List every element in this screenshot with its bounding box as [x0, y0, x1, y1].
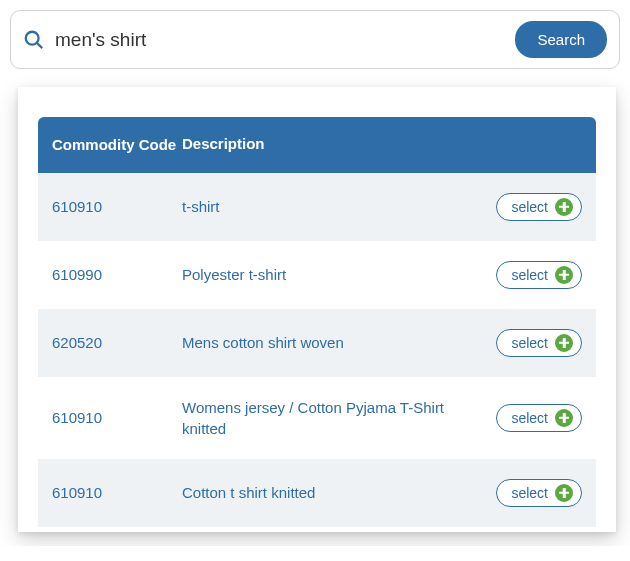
commodity-description: Cotton t shirt knitted	[182, 482, 482, 503]
plus-icon	[555, 484, 573, 502]
svg-line-1	[37, 42, 42, 47]
table-row: 610910Cotton t shirt knittedselect	[38, 459, 596, 527]
svg-point-0	[26, 31, 39, 44]
commodity-description: Mens cotton shirt woven	[182, 332, 482, 353]
table-row: 610910Womens jersey / Cotton Pyjama T-Sh…	[38, 377, 596, 459]
select-button[interactable]: select	[496, 404, 582, 432]
action-cell: select	[482, 329, 582, 357]
table-row: 620520Mens cotton shirt wovenselect	[38, 309, 596, 377]
commodity-code: 610910	[52, 198, 182, 215]
commodity-code: 610910	[52, 484, 182, 501]
action-cell: select	[482, 404, 582, 432]
search-input[interactable]	[55, 29, 505, 51]
commodity-description: Polyester t-shirt	[182, 264, 482, 285]
commodity-description: Womens jersey / Cotton Pyjama T-Shirt kn…	[182, 397, 482, 439]
table-row: 610910t-shirtselect	[38, 173, 596, 241]
commodity-description: t-shirt	[182, 196, 482, 217]
select-button[interactable]: select	[496, 329, 582, 357]
search-icon	[23, 29, 45, 51]
action-cell: select	[482, 261, 582, 289]
table-row: 611020hoodieselect	[38, 527, 596, 533]
action-cell: select	[482, 479, 582, 507]
header-description: Description	[182, 135, 582, 155]
select-button-label: select	[511, 267, 548, 283]
plus-icon	[555, 334, 573, 352]
select-button-label: select	[511, 410, 548, 426]
select-button[interactable]: select	[496, 193, 582, 221]
select-button[interactable]: select	[496, 479, 582, 507]
plus-icon	[555, 198, 573, 216]
plus-icon	[555, 409, 573, 427]
commodity-code: 620520	[52, 334, 182, 351]
select-button-label: select	[511, 485, 548, 501]
table-header: Commodity Code Description	[38, 117, 596, 173]
action-cell: select	[482, 193, 582, 221]
commodity-code: 610910	[52, 409, 182, 426]
table-row: 610990Polyester t-shirtselect	[38, 241, 596, 309]
select-button[interactable]: select	[496, 261, 582, 289]
plus-icon	[555, 266, 573, 284]
search-bar: Search	[10, 10, 620, 69]
search-button[interactable]: Search	[515, 21, 607, 58]
header-commodity-code: Commodity Code	[52, 135, 182, 155]
select-button-label: select	[511, 335, 548, 351]
commodity-code: 610990	[52, 266, 182, 283]
results-table: Commodity Code Description 610910t-shirt…	[38, 117, 596, 532]
select-button-label: select	[511, 199, 548, 215]
results-panel: Commodity Code Description 610910t-shirt…	[18, 87, 616, 532]
